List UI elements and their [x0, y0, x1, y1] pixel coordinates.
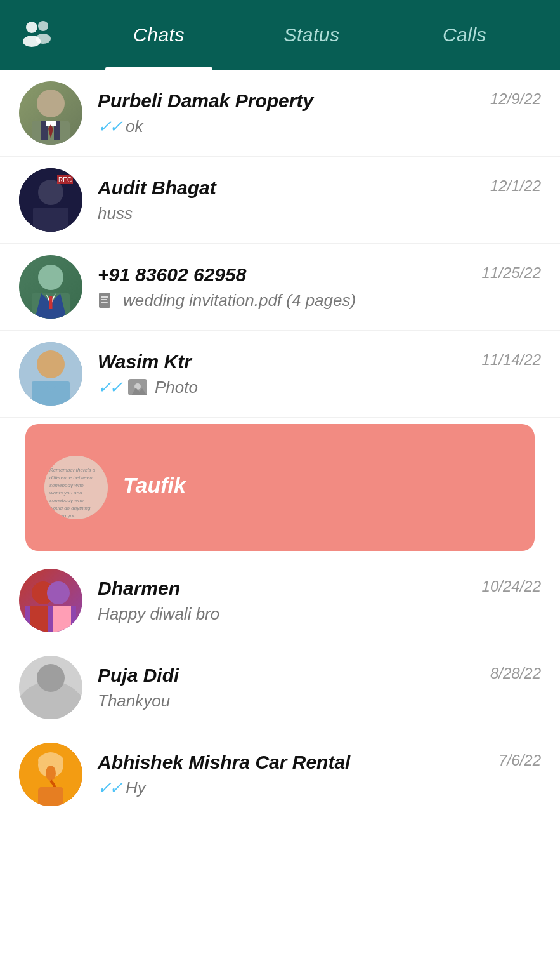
chat-name-purbeli: Purbeli Damak Property	[98, 90, 313, 112]
svg-rect-51	[38, 787, 63, 806]
chat-time-abhishek: 7/6/22	[498, 752, 541, 769]
chat-content-audit: Audit Bhagat 12/1/22 huss	[98, 177, 541, 223]
svg-text:somebody who: somebody who	[49, 498, 84, 503]
app-header: Chats Status Calls	[0, 0, 560, 70]
avatar-abhishek	[19, 743, 82, 806]
svg-point-2	[38, 21, 48, 31]
chat-content-purbeli: Purbeli Damak Property 12/9/22 ✓✓ ok	[98, 90, 541, 136]
avatar-puja	[19, 656, 82, 719]
svg-text:wants you and: wants you and	[49, 490, 82, 496]
chat-time-puja: 8/28/22	[490, 665, 541, 682]
avatar-audit: REC	[19, 168, 82, 232]
chat-preview-wasim: ✓✓ Photo	[98, 378, 541, 397]
svg-point-49	[38, 755, 48, 766]
chat-name-abhishek: Abhishek Mishra Car Rental	[98, 752, 350, 773]
svg-text:somebody who: somebody who	[49, 482, 84, 488]
chat-preview-dharmen: Happy diwali bro	[98, 604, 541, 624]
avatar-wasim	[19, 342, 82, 406]
svg-rect-12	[33, 208, 68, 232]
chat-list: Purbeli Damak Property 12/9/22 ✓✓ ok REC…	[0, 70, 560, 818]
avatar-dharmen	[19, 569, 82, 632]
chat-preview-audit: huss	[98, 204, 541, 223]
chat-content-phone: +91 83602 62958 11/25/22 wedding invitat…	[98, 264, 541, 310]
chat-name-audit: Audit Bhagat	[98, 177, 216, 199]
chat-content-wasim: Wasim Ktr 11/14/22 ✓✓ Photo	[98, 351, 541, 397]
chat-content-dharmen: Dharmen 10/24/22 Happy diwali bro	[98, 578, 541, 624]
chat-preview-phone: wedding invitation.pdf (4 pages)	[98, 291, 541, 310]
contacts-icon	[19, 15, 57, 55]
svg-point-15	[38, 265, 63, 290]
chat-item-dharmen[interactable]: Dharmen 10/24/22 Happy diwali bro	[0, 557, 560, 644]
svg-point-25	[37, 350, 65, 378]
svg-point-50	[53, 755, 63, 766]
svg-point-45	[37, 664, 65, 692]
svg-rect-22	[101, 299, 107, 300]
chat-time-audit: 12/1/22	[490, 177, 541, 195]
svg-rect-42	[30, 606, 48, 632]
svg-text:difference between: difference between	[49, 475, 93, 481]
svg-rect-21	[101, 296, 108, 298]
svg-point-3	[36, 34, 51, 44]
chat-content-abhishek: Abhishek Mishra Car Rental 7/6/22 ✓✓ Hy	[98, 752, 541, 798]
tab-chats[interactable]: Chats	[82, 0, 235, 70]
avatar-phone	[19, 255, 82, 319]
chat-name-dharmen: Dharmen	[98, 578, 180, 599]
chat-content-puja: Puja Didi 8/28/22 Thankyou	[98, 665, 541, 711]
chat-time-purbeli: 12/9/22	[490, 90, 541, 108]
svg-point-40	[47, 581, 70, 604]
chat-name-taufik: Taufik	[123, 473, 186, 498]
doc-icon	[98, 291, 114, 309]
svg-point-48	[46, 766, 56, 781]
avatar-purbeli	[19, 81, 82, 145]
chat-preview-puja: Thankyou	[98, 691, 541, 711]
chat-time-dharmen: 10/24/22	[482, 578, 541, 595]
svg-text:would do anything: would do anything	[49, 505, 91, 511]
svg-point-4	[37, 90, 65, 117]
chat-time-phone: 11/25/22	[482, 264, 541, 282]
double-check-icon: ✓✓	[98, 117, 120, 136]
svg-text:to keep you: to keep you	[49, 513, 76, 519]
double-check-icon-wasim: ✓✓	[98, 378, 120, 397]
chat-name-phone: +91 83602 62958	[98, 264, 246, 286]
avatar-taufik: Remember there's a difference between so…	[44, 456, 108, 519]
chat-item-audit[interactable]: REC Audit Bhagat 12/1/22 huss	[0, 157, 560, 244]
chat-item-purbeli[interactable]: Purbeli Damak Property 12/9/22 ✓✓ ok	[0, 70, 560, 157]
svg-point-0	[26, 22, 37, 33]
tab-calls[interactable]: Calls	[388, 0, 541, 70]
svg-text:REC: REC	[58, 176, 72, 183]
chat-content-taufik: Taufik	[123, 473, 516, 503]
chat-time-wasim: 11/14/22	[482, 351, 541, 369]
photo-icon	[128, 379, 147, 395]
chat-item-taufik[interactable]: Remember there's a difference between so…	[25, 424, 535, 551]
svg-text:Remember there's a: Remember there's a	[49, 467, 96, 473]
tab-status[interactable]: Status	[235, 0, 388, 70]
main-nav: Chats Status Calls	[82, 0, 541, 70]
chat-name-puja: Puja Didi	[98, 665, 179, 686]
chat-name-wasim: Wasim Ktr	[98, 351, 192, 373]
chat-item-wasim[interactable]: Wasim Ktr 11/14/22 ✓✓ Photo	[0, 331, 560, 418]
double-check-icon-abhishek: ✓✓	[98, 778, 120, 798]
chat-preview-purbeli: ✓✓ ok	[98, 117, 541, 136]
chat-item-puja[interactable]: Puja Didi 8/28/22 Thankyou	[0, 644, 560, 731]
chat-item-phone[interactable]: +91 83602 62958 11/25/22 wedding invitat…	[0, 244, 560, 331]
chat-item-abhishek[interactable]: Abhishek Mishra Car Rental 7/6/22 ✓✓ Hy	[0, 731, 560, 818]
svg-rect-23	[101, 302, 108, 303]
chat-preview-abhishek: ✓✓ Hy	[98, 778, 541, 798]
svg-rect-43	[53, 606, 71, 632]
